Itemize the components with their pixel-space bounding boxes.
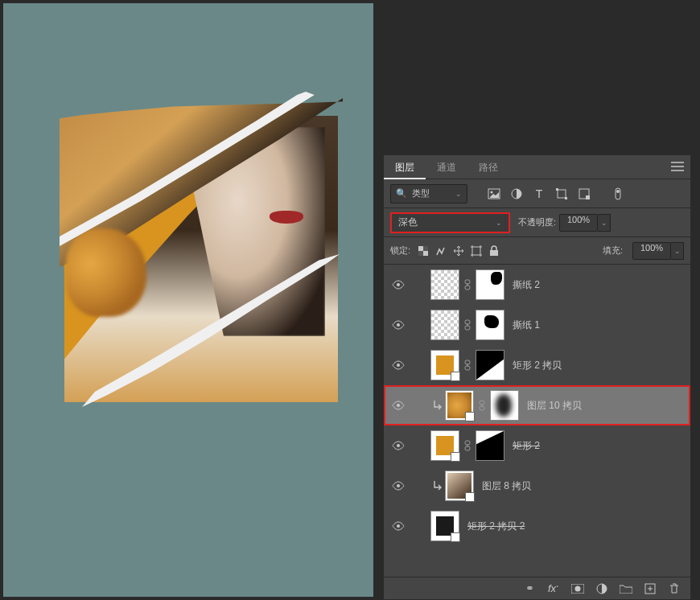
layer-effects-button[interactable]: fx˅ [547, 582, 560, 595]
filter-toggle-icon[interactable] [611, 187, 625, 201]
svg-rect-16 [490, 250, 498, 256]
link-icon[interactable] [463, 440, 472, 451]
add-layer-button[interactable] [644, 582, 657, 595]
add-adjustment-button[interactable] [595, 582, 608, 595]
svg-rect-14 [418, 251, 423, 256]
svg-point-40 [575, 586, 581, 591]
document-canvas[interactable] [3, 3, 373, 597]
filter-shape-icon[interactable] [554, 187, 569, 201]
layer-row[interactable]: 撕纸 1 [384, 305, 690, 345]
fill-input-group: 100% ⌄ [632, 242, 684, 260]
layer-row[interactable]: 图层 10 拷贝 [384, 385, 690, 425]
fill-dropdown-button[interactable]: ⌄ [671, 242, 684, 260]
mask-thumbnail[interactable] [476, 430, 504, 461]
lock-transparency-icon[interactable] [417, 245, 430, 257]
layers-list[interactable]: 撕纸 2撕纸 1矩形 2 拷贝图层 10 拷贝矩形 2图层 8 拷贝矩形 2 拷… [384, 265, 690, 562]
layer-thumbnail[interactable] [430, 350, 459, 380]
layer-name-label[interactable]: 撕纸 2 [513, 278, 540, 292]
mask-thumbnail[interactable] [476, 350, 504, 380]
panel-menu-button[interactable] [671, 162, 684, 171]
lock-fill-row: 锁定: 填充: 100% ⌄ [384, 237, 690, 265]
layer-row[interactable]: 撕纸 2 [384, 265, 690, 305]
canvas-area [0, 0, 383, 600]
opacity-input-group: 100% ⌄ [559, 214, 611, 232]
mask-thumbnail[interactable] [476, 269, 504, 300]
visibility-toggle[interactable] [389, 280, 408, 290]
filter-type-icon[interactable]: T [532, 187, 546, 201]
add-mask-button[interactable] [571, 582, 584, 595]
chevron-down-icon: ⌄ [496, 219, 502, 227]
artwork-lips [270, 211, 303, 224]
layer-name-label[interactable]: 图层 8 拷贝 [482, 479, 531, 493]
svg-point-1 [491, 191, 493, 193]
layer-thumbnail[interactable] [430, 310, 459, 340]
link-layers-button[interactable]: ⚭ [523, 582, 536, 595]
fill-input[interactable]: 100% [632, 242, 671, 260]
svg-point-29 [397, 404, 400, 407]
blend-opacity-row: 深色 ⌄ 不透明度: 100% ⌄ [384, 208, 690, 237]
mask-thumbnail[interactable] [490, 390, 519, 421]
svg-rect-13 [423, 246, 428, 251]
layer-name-label[interactable]: 矩形 2 [513, 439, 540, 453]
link-icon[interactable] [463, 319, 472, 331]
layer-thumbnail[interactable] [445, 471, 474, 501]
blend-mode-select[interactable]: 深色 ⌄ [390, 212, 510, 233]
link-icon[interactable] [463, 360, 472, 371]
layer-thumbnail[interactable] [430, 511, 459, 541]
tab-channels[interactable]: 通道 [426, 155, 467, 179]
fill-label: 填充: [603, 245, 623, 257]
mask-thumbnail[interactable] [476, 310, 504, 340]
add-group-button[interactable] [620, 582, 632, 595]
layer-thumbnail[interactable] [430, 269, 459, 300]
layer-name-label[interactable]: 图层 10 拷贝 [527, 399, 582, 413]
filter-kind-select[interactable]: 🔍 类型 ⌄ [390, 184, 467, 203]
svg-point-37 [397, 484, 400, 487]
panel-dock: 图层 通道 路径 🔍 类型 ⌄ T 深色 [383, 0, 700, 600]
filter-smart-icon[interactable] [577, 187, 591, 201]
layers-bottom-toolbar: ⚭ fx˅ [384, 577, 690, 599]
tab-layers[interactable]: 图层 [384, 155, 426, 179]
search-icon: 🔍 [396, 188, 407, 199]
visibility-toggle[interactable] [389, 401, 408, 410]
lock-image-icon[interactable] [434, 245, 447, 257]
layer-name-label[interactable]: 矩形 2 拷贝 [513, 359, 562, 372]
filter-adjustment-icon[interactable] [509, 187, 524, 201]
layer-name-label[interactable]: 撕纸 1 [513, 318, 540, 332]
delete-layer-button[interactable] [668, 582, 681, 595]
filter-pixel-icon[interactable] [487, 187, 501, 201]
layer-row[interactable]: 图层 8 拷贝 [384, 466, 690, 506]
tab-paths[interactable]: 路径 [467, 155, 509, 179]
svg-rect-11 [418, 246, 423, 251]
lock-artboard-icon[interactable] [470, 245, 483, 257]
visibility-toggle[interactable] [389, 441, 408, 450]
svg-rect-4 [558, 190, 566, 198]
layer-thumbnail[interactable] [445, 390, 474, 421]
opacity-dropdown-button[interactable]: ⌄ [598, 214, 611, 232]
layer-row[interactable]: 矩形 2 拷贝 [384, 345, 690, 385]
layer-name-label[interactable]: 矩形 2 拷贝 2 [467, 520, 525, 533]
clip-indicator-icon [430, 480, 445, 491]
link-icon[interactable] [477, 400, 487, 411]
svg-point-21 [397, 323, 400, 327]
svg-point-17 [397, 283, 400, 286]
visibility-toggle[interactable] [389, 320, 408, 330]
layer-row[interactable]: 矩形 2 拷贝 2 [384, 506, 690, 546]
link-icon[interactable] [463, 279, 472, 290]
visibility-toggle[interactable] [389, 360, 408, 370]
chevron-down-icon: ⌄ [455, 190, 462, 198]
layer-thumbnail[interactable] [430, 430, 459, 461]
lock-position-icon[interactable] [452, 245, 465, 257]
svg-point-38 [397, 524, 400, 528]
lock-icons [417, 245, 500, 257]
layer-row[interactable]: 矩形 2 [384, 425, 690, 466]
lock-all-icon[interactable] [488, 245, 500, 257]
filter-kind-label: 类型 [412, 187, 455, 199]
visibility-toggle[interactable] [389, 481, 408, 491]
svg-point-25 [397, 364, 400, 367]
lock-label: 锁定: [390, 245, 410, 257]
panel-tabs: 图层 通道 路径 [384, 155, 690, 179]
layers-panel: 图层 通道 路径 🔍 类型 ⌄ T 深色 [383, 154, 691, 600]
visibility-toggle[interactable] [389, 521, 408, 531]
opacity-input[interactable]: 100% [559, 214, 598, 232]
svg-rect-15 [472, 247, 480, 255]
